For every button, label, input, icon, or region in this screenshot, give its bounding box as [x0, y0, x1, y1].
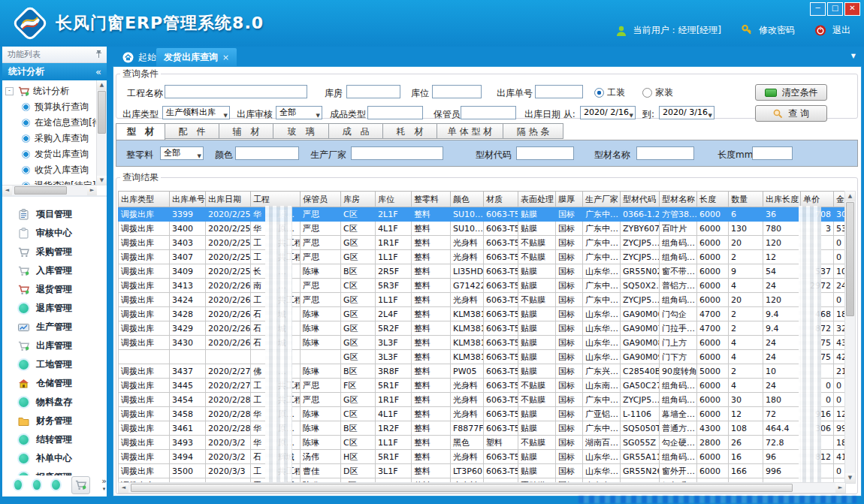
audit-select[interactable]: 全部▼ [276, 106, 322, 119]
profile-code-input[interactable] [516, 146, 574, 160]
tree-item-ship-out-query[interactable]: 发货出库查询 [5, 146, 96, 162]
order-no-input[interactable] [535, 85, 583, 98]
table-row[interactable]: 调拨出库34032020/2/25工 共工程严思G区1R1F整料光身料6063-… [119, 236, 847, 250]
column-header[interactable]: 保管员 [301, 192, 341, 207]
table-row[interactable]: 调拨出库34092020/2/25长 …陈琳B区2R5F整料LI35HD6063… [119, 264, 847, 279]
column-header[interactable]: 单价 [801, 192, 834, 207]
tree-item-receive-in-query[interactable]: 收货入库查询 [5, 162, 96, 178]
keeper-input[interactable] [461, 106, 516, 119]
column-header[interactable]: 出库类型 [119, 192, 170, 207]
sidebar-item-inbound[interactable]: 入库管理 [2, 261, 107, 280]
sidebar-section-header[interactable]: 统计分析 « [2, 63, 107, 80]
sidebar-item-production[interactable]: 生产管理 [2, 318, 107, 337]
tab-finished[interactable]: 成 品 [329, 123, 383, 139]
tab-auxiliary[interactable]: 辅 材 [219, 123, 273, 139]
circle-icon[interactable] [33, 480, 41, 490]
collapse-icon[interactable]: « [95, 63, 101, 80]
radio-gongzhuang[interactable]: 工装 [594, 86, 625, 99]
maximize-button[interactable]: □ [827, 2, 843, 16]
tab-accessory[interactable]: 配 件 [165, 123, 219, 139]
tree-item-return-query[interactable]: 退货查询[待定] [5, 178, 96, 185]
tree-item-purchase-in-query[interactable]: 采购入库查询 [5, 131, 96, 146]
tab-single-profile[interactable]: 单 体 型 材 [437, 123, 503, 139]
column-header[interactable]: 型材代码 [621, 192, 660, 207]
sidebar-item-outbound[interactable]: 出库管理 [2, 337, 107, 355]
more-chevron-icon[interactable]: »▾ [101, 478, 107, 493]
out-type-select[interactable]: 生产领料出库▼ [162, 106, 230, 119]
table-row[interactable]: 调拨出库34372020/2/27佛 …陈琳B区3R8F整料PW056063-T… [119, 364, 847, 379]
table-vertical-scrollbar[interactable]: ▲ ▼ [844, 191, 856, 484]
tab-consumable[interactable]: 耗 材 [383, 123, 437, 139]
clear-conditions-button[interactable]: 清空条件 [755, 84, 827, 101]
scroll-left-icon[interactable]: ◄ [119, 483, 128, 493]
scroll-thumb[interactable] [98, 91, 106, 134]
sidebar-item-return-store[interactable]: 退库管理 [2, 299, 107, 318]
table-row[interactable]: 调拨出库34302020/2/26石 城陈琳G区3L3F整料KLM3817606… [119, 336, 847, 350]
column-header[interactable]: 膜厚 [556, 192, 583, 207]
column-header[interactable]: 出库单号 [170, 192, 206, 207]
column-header[interactable]: 出库长度 [763, 192, 801, 207]
table-row[interactable]: 调拨出库34132020/2/26南 …严思C区5R3F整料G714226063… [119, 279, 847, 293]
table-row[interactable]: 调拨出库34452020/2/27工 共工程严思F区5R1F整料光身料6063-… [119, 379, 847, 393]
sidebar-item-purchase[interactable]: 采购管理 [2, 243, 107, 261]
scroll-up-icon[interactable]: ▲ [845, 192, 855, 201]
product-type-input[interactable] [367, 106, 423, 119]
project-name-input[interactable] [165, 85, 307, 98]
column-header[interactable]: 生产厂家 [583, 192, 621, 207]
location-input[interactable] [432, 85, 482, 98]
tree-item-budget-query[interactable]: 预算执行查询 [5, 99, 96, 115]
scroll-right-icon[interactable]: ► [835, 483, 845, 493]
column-header[interactable]: 型材名称 [660, 192, 697, 207]
sidebar-item-finance[interactable]: 财务管理 [2, 412, 107, 430]
tab-ship-out-query[interactable]: 发货出库查询 × [156, 48, 237, 66]
search-button[interactable]: 查 询 [755, 105, 827, 122]
table-row[interactable]: 调拨出库35002020/3/3工 共工程曹佳D区3L1F整料LT3P60606… [119, 464, 847, 478]
circle-icon[interactable] [52, 480, 59, 490]
scroll-down-icon[interactable]: ▼ [97, 176, 107, 186]
tree-expander-icon[interactable]: - [5, 87, 14, 95]
pin-icon[interactable] [95, 50, 102, 59]
warehouse-input[interactable] [346, 85, 400, 98]
table-row[interactable]: 调拨出库34542020/2/28工 共工程严思G区1R1F整料光身料6063-… [119, 393, 847, 407]
tab-close-icon[interactable]: × [222, 53, 229, 62]
column-header[interactable]: 库房 [341, 192, 376, 207]
manufacturer-input[interactable] [351, 146, 443, 160]
column-header[interactable]: 工程 [251, 192, 301, 207]
column-header[interactable]: 长度 [697, 192, 729, 207]
tab-profile[interactable]: 型 材 [116, 123, 165, 140]
table-row[interactable]: 调拨出库34072020/2/25工 共工程严思G区1L1F整料光身料6063-… [119, 250, 847, 264]
color-input[interactable] [235, 146, 299, 160]
sidebar-item-supplement[interactable]: 补单中心 [2, 449, 107, 468]
logout-link[interactable]: 退出 [832, 24, 850, 37]
column-header[interactable]: 颜色 [451, 192, 484, 207]
table-row[interactable]: G区3L3F整料KLM38176063-T5贴膜国标山东华…GA90M09.门下… [119, 350, 847, 364]
column-header[interactable]: 表面处理 [518, 192, 556, 207]
table-horizontal-scrollbar[interactable]: ◄ ► [118, 482, 846, 493]
table-row[interactable]: 调拨出库34942020/3/2石 辉城汤伟H区5R1F整料光身料6063-T5… [119, 450, 847, 464]
sidebar-item-warehouse[interactable]: 仓储管理 [2, 374, 107, 393]
scroll-up-icon[interactable]: ▲ [97, 80, 107, 90]
scroll-thumb[interactable] [131, 484, 793, 492]
tree-root[interactable]: - 统计分析 [5, 83, 96, 99]
table-row[interactable]: 调拨出库33992020/2/25华 原…严思C区2L1F整料SU10…6063… [119, 207, 847, 222]
table-row[interactable]: 调拨出库34582020/2/28华 原…陈琳C区4L1F整料光身料6063-T… [119, 407, 847, 421]
tab-thermal-strip[interactable]: 隔 热 条 [503, 123, 563, 139]
sidebar-item-project[interactable]: 项目管理 [2, 205, 107, 224]
column-header[interactable]: 整零料 [412, 192, 451, 207]
table-row[interactable]: 调拨出库34612020/2/28华 原…陈琳B区1R2F整料F8877FT60… [119, 421, 847, 436]
column-header[interactable]: 数量 [729, 192, 763, 207]
scroll-thumb[interactable] [846, 202, 854, 316]
date-to-picker[interactable]: 2020/ 3/16▼ [659, 106, 714, 119]
scroll-thumb[interactable] [14, 186, 67, 195]
minimize-button[interactable]: ─ [810, 2, 826, 16]
radio-jiazhuang[interactable]: 家装 [642, 86, 673, 99]
sidebar-item-audit[interactable]: 审核中心 [2, 224, 107, 243]
tree-vertical-scrollbar[interactable]: ▲ ▼ [96, 80, 107, 186]
profile-name-input[interactable] [636, 146, 694, 160]
table-row[interactable]: 调拨出库34282020/2/26石 城陈琳G区2L4F整料KLM3817606… [119, 307, 847, 321]
scroll-right-icon[interactable]: ► [87, 186, 97, 195]
length-input[interactable] [752, 146, 793, 160]
change-password-link[interactable]: 修改密码 [759, 24, 795, 37]
tab-glass[interactable]: 玻 璃 [273, 123, 329, 139]
scroll-down-icon[interactable]: ▼ [845, 473, 855, 483]
